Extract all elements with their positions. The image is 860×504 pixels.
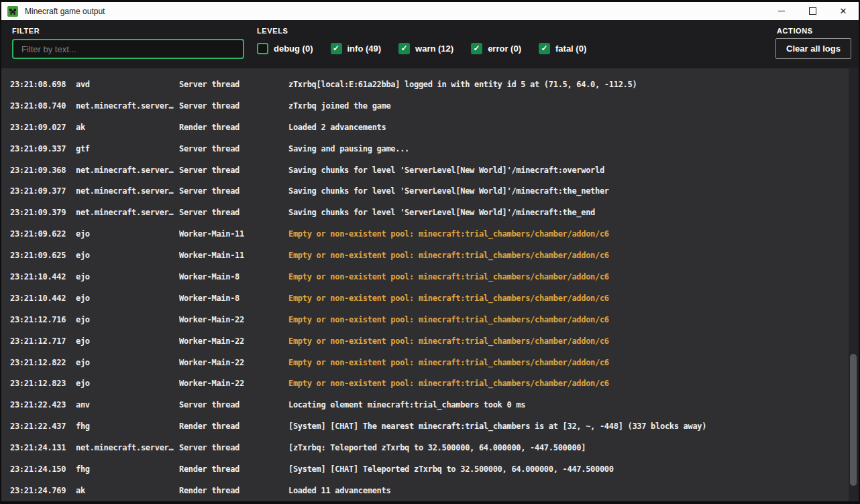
log-row: 23:21:12.823 ejo Worker-Main-22 Empty or…	[1, 373, 848, 395]
log-timestamp: 23:21:09.622	[10, 224, 66, 245]
level-filter-fatal[interactable]: ✓ fatal (0)	[539, 43, 586, 54]
window-controls: ✕	[766, 2, 859, 20]
log-message: Saving chunks for level 'ServerLevel[New…	[288, 160, 845, 182]
log-thread: Worker-Main-8	[179, 267, 285, 288]
log-row: 23:21:09.379 net.minecraft.server… Serve…	[1, 202, 848, 224]
clear-all-logs-button[interactable]: Clear all logs	[775, 38, 851, 59]
level-checkbox[interactable]	[257, 43, 268, 54]
log-thread: Render thread	[179, 117, 285, 139]
log-row: 23:21:09.625 ejo Worker-Main-11 Empty or…	[1, 245, 848, 267]
check-icon: ✓	[333, 44, 339, 52]
level-filter-debug[interactable]: debug (0)	[257, 43, 313, 54]
log-timestamp: 23:21:12.823	[10, 373, 66, 395]
log-timestamp: 23:21:09.368	[10, 160, 66, 182]
log-thread: Worker-Main-22	[179, 310, 285, 331]
log-thread: Server thread	[179, 160, 285, 182]
check-icon: ✓	[541, 44, 547, 52]
filter-section-label: FILTER	[12, 27, 40, 35]
log-row: 23:21:08.740 net.minecraft.server… Serve…	[1, 96, 848, 117]
log-thread: Server thread	[179, 438, 285, 459]
log-message: Empty or non-existent pool: minecraft:tr…	[288, 245, 845, 267]
level-filter-warn[interactable]: ✓ warn (12)	[398, 43, 453, 54]
log-row: 23:21:24.150 fhg Render thread [System] …	[1, 459, 848, 481]
log-thread: Render thread	[179, 459, 285, 481]
level-checkbox[interactable]: ✓	[331, 43, 342, 54]
log-thread: Server thread	[179, 395, 285, 416]
log-row: 23:21:24.131 net.minecraft.server… Serve…	[1, 438, 848, 459]
maximize-button[interactable]	[797, 2, 828, 20]
level-label: info (49)	[347, 44, 382, 54]
log-timestamp: 23:21:09.625	[10, 245, 66, 267]
close-icon: ✕	[840, 7, 847, 15]
log-message: Empty or non-existent pool: minecraft:tr…	[288, 267, 845, 288]
log-timestamp: 23:21:12.822	[10, 353, 66, 374]
log-logger: ak	[76, 481, 178, 501]
minecraft-game-output-window: Minecraft game output ✕ FILTER LEVELS de…	[0, 0, 860, 504]
log-row: 23:21:12.822 ejo Worker-Main-22 Empty or…	[1, 353, 848, 374]
levels-section-label: LEVELS	[257, 27, 288, 35]
levels-checkbox-row: debug (0) ✓ info (49) ✓ warn (12) ✓ erro…	[257, 38, 604, 58]
log-message: Empty or non-existent pool: minecraft:tr…	[288, 288, 845, 310]
close-button[interactable]: ✕	[828, 2, 859, 20]
log-timestamp: 23:21:12.716	[10, 310, 66, 331]
log-message: Loaded 11 advancements	[288, 481, 845, 501]
log-logger: fhg	[76, 416, 178, 438]
log-logger: ejo	[76, 373, 178, 395]
log-logger: ejo	[76, 288, 178, 310]
filter-input[interactable]	[12, 39, 244, 59]
vertical-scrollbar[interactable]	[849, 68, 859, 501]
log-thread: Worker-Main-11	[179, 224, 285, 245]
log-row: 23:21:10.442 ejo Worker-Main-8 Empty or …	[1, 288, 848, 310]
log-thread: Worker-Main-22	[179, 331, 285, 353]
log-rows: 23:21:08.698 avd Server thread zTxrbq[lo…	[1, 68, 848, 501]
log-row: 23:21:10.442 ejo Worker-Main-8 Empty or …	[1, 267, 848, 288]
actions-section-label: ACTIONS	[777, 27, 813, 35]
level-filter-info[interactable]: ✓ info (49)	[331, 43, 382, 54]
log-row: 23:21:24.769 ak Render thread Loaded 11 …	[1, 481, 848, 501]
log-row: 23:21:12.717 ejo Worker-Main-22 Empty or…	[1, 331, 848, 353]
titlebar: Minecraft game output ✕	[1, 2, 859, 20]
log-message: Saving and pausing game...	[288, 139, 845, 160]
log-logger: net.minecraft.server…	[76, 160, 178, 182]
log-message: Locating element minecraft:trial_chamber…	[288, 395, 845, 416]
log-logger: net.minecraft.server…	[76, 96, 178, 117]
log-thread: Render thread	[179, 416, 285, 438]
minimize-button[interactable]	[766, 2, 797, 20]
log-thread: Worker-Main-11	[179, 245, 285, 267]
level-checkbox[interactable]: ✓	[471, 43, 482, 54]
minimize-icon	[778, 11, 785, 11]
log-timestamp: 23:21:09.027	[10, 117, 66, 139]
log-thread: Worker-Main-22	[179, 353, 285, 374]
log-thread: Server thread	[179, 139, 285, 160]
log-logger: anv	[76, 395, 178, 416]
log-message: zTxrbq[local:E:61a22bba] logged in with …	[288, 74, 845, 96]
log-logger: ak	[76, 117, 178, 139]
log-thread: Worker-Main-22	[179, 373, 285, 395]
log-timestamp: 23:21:24.150	[10, 459, 66, 481]
log-logger: ejo	[76, 245, 178, 267]
level-filter-error[interactable]: ✓ error (0)	[471, 43, 521, 54]
log-message: Saving chunks for level 'ServerLevel[New…	[288, 202, 845, 224]
check-icon: ✓	[474, 44, 480, 52]
level-label: error (0)	[488, 44, 521, 54]
log-logger: net.minecraft.server…	[76, 438, 178, 459]
log-row: 23:21:09.337 gtf Server thread Saving an…	[1, 139, 848, 160]
log-thread: Server thread	[179, 96, 285, 117]
log-timestamp: 23:21:22.437	[10, 416, 66, 438]
log-thread: Render thread	[179, 481, 285, 501]
level-label: warn (12)	[415, 44, 453, 54]
log-message: Saving chunks for level 'ServerLevel[New…	[288, 181, 845, 202]
scrollbar-thumb[interactable]	[850, 354, 857, 486]
level-checkbox[interactable]: ✓	[539, 43, 550, 54]
log-timestamp: 23:21:08.740	[10, 96, 66, 117]
log-logger: ejo	[76, 353, 178, 374]
log-message: zTxrbq joined the game	[288, 96, 845, 117]
log-logger: ejo	[76, 310, 178, 331]
log-message: Loaded 2 advancements	[288, 117, 845, 139]
log-timestamp: 23:21:24.131	[10, 438, 66, 459]
log-row: 23:21:08.698 avd Server thread zTxrbq[lo…	[1, 74, 848, 96]
level-checkbox[interactable]: ✓	[398, 43, 410, 54]
log-timestamp: 23:21:09.337	[10, 139, 66, 160]
log-logger: net.minecraft.server…	[76, 181, 178, 202]
log-message: [zTxrbq: Teleported zTxrbq to 32.500000,…	[288, 438, 845, 459]
